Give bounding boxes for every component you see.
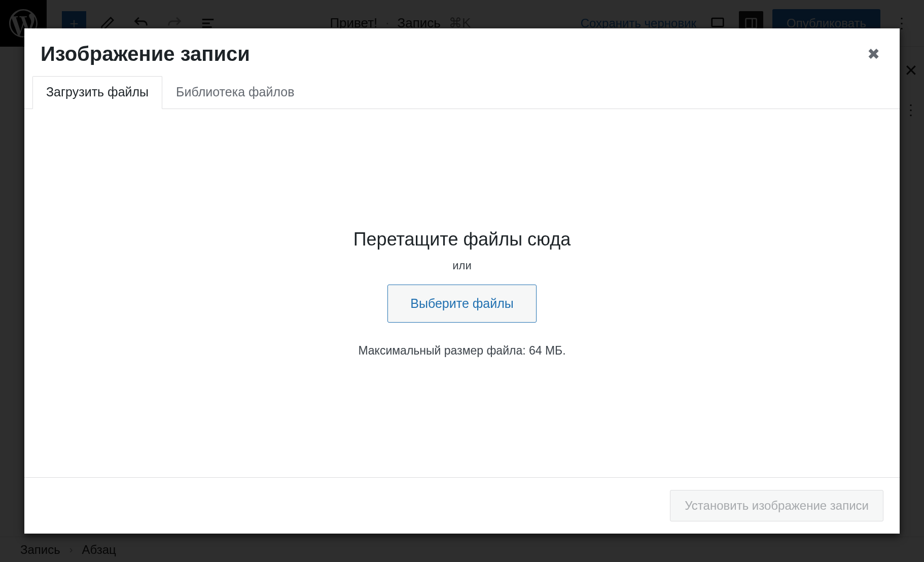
dropzone-title: Перетащите файлы сюда bbox=[353, 229, 571, 250]
close-icon: ✖ bbox=[867, 45, 880, 63]
set-featured-image-button[interactable]: Установить изображение записи bbox=[670, 490, 883, 521]
modal-footer: Установить изображение записи bbox=[24, 477, 900, 534]
tab-media-library[interactable]: Библиотека файлов bbox=[162, 76, 308, 109]
upload-dropzone[interactable]: Перетащите файлы сюда или Выберите файлы… bbox=[24, 109, 900, 477]
modal-header: Изображение записи ✖ bbox=[24, 28, 900, 76]
modal-close-button[interactable]: ✖ bbox=[863, 44, 883, 64]
max-file-size-note: Максимальный размер файла: 64 МБ. bbox=[358, 344, 565, 358]
modal-tabs: Загрузить файлы Библиотека файлов bbox=[24, 76, 900, 109]
tab-upload-files[interactable]: Загрузить файлы bbox=[32, 76, 162, 109]
modal-overlay[interactable]: Изображение записи ✖ Загрузить файлы Биб… bbox=[0, 0, 924, 562]
dropzone-or: или bbox=[452, 259, 471, 272]
modal-title: Изображение записи bbox=[41, 43, 250, 65]
select-files-button[interactable]: Выберите файлы bbox=[387, 285, 536, 323]
featured-image-modal: Изображение записи ✖ Загрузить файлы Биб… bbox=[24, 28, 900, 534]
